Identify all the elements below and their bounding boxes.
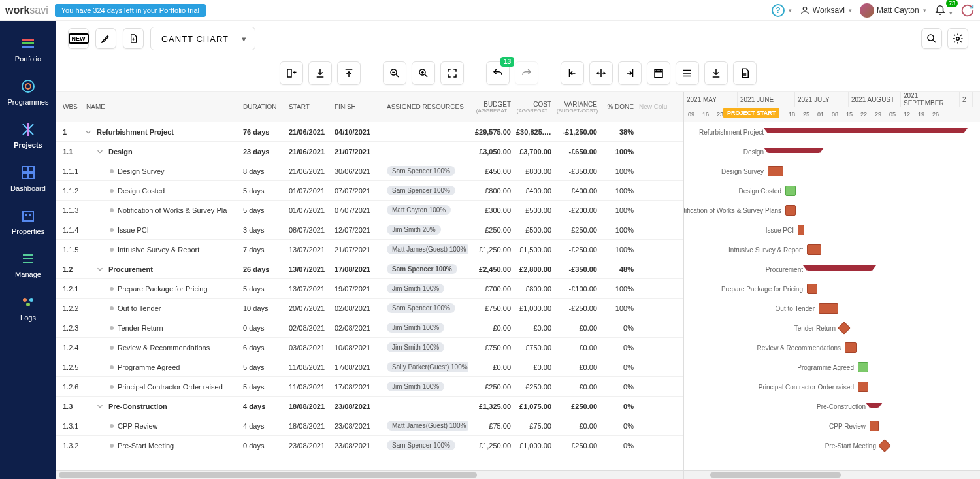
table-row[interactable]: 1.1.5Intrusive Survey & Report7 days13/0…: [56, 240, 683, 259]
table-row[interactable]: 1.2.3Tender Return0 days02/08/202102/08/…: [56, 318, 683, 338]
gantt-bar[interactable]: [838, 322, 851, 335]
col-resources[interactable]: ASSIGNED RESOURCES: [384, 103, 468, 110]
gantt-bar[interactable]: [768, 166, 783, 176]
resource-chip[interactable]: Matt James(Guest) 100%: [387, 421, 468, 431]
goto-today-button[interactable]: [589, 61, 613, 85]
export-button[interactable]: [337, 61, 361, 85]
add-column-button[interactable]: [280, 61, 303, 85]
col-name[interactable]: NAME: [84, 103, 240, 110]
table-row[interactable]: 1.1Design23 days21/06/202121/07/2021£3,0…: [56, 142, 683, 161]
gantt-bar[interactable]: [807, 244, 821, 255]
sidebar-item-programmes[interactable]: Programmes: [0, 72, 56, 115]
resource-chip[interactable]: Sam Spencer 100%: [387, 186, 455, 195]
calendar-button[interactable]: [647, 61, 670, 85]
table-hscroll[interactable]: [56, 470, 683, 479]
resource-chip[interactable]: Sally Parker(Guest) 100%: [387, 362, 468, 372]
document-button[interactable]: [733, 61, 757, 85]
gantt-bar[interactable]: [785, 205, 796, 216]
resource-chip[interactable]: Sam Spencer 100%: [387, 264, 457, 274]
table-row[interactable]: 1.3Pre-Construction4 days18/08/202123/08…: [56, 397, 683, 416]
table-row[interactable]: 1.2.4Review & Recommendations6 days03/08…: [56, 338, 683, 357]
resource-chip[interactable]: Matt Cayton 100%: [387, 205, 451, 215]
table-row[interactable]: 1.3.1CPP Review4 days18/08/202123/08/202…: [56, 416, 683, 436]
chevron-down-icon[interactable]: [84, 127, 93, 137]
table-row[interactable]: 1.1.4Issue PCI3 days08/07/202112/07/2021…: [56, 220, 683, 240]
table-row[interactable]: 1.2.6Principal Contractor Order raised5 …: [56, 377, 683, 397]
refresh-icon[interactable]: [960, 3, 975, 18]
resource-chip[interactable]: Jim Smith 100%: [387, 342, 444, 352]
download-button[interactable]: [704, 61, 728, 85]
resource-chip[interactable]: Jim Smith 100%: [387, 382, 444, 391]
gantt-bar[interactable]: [807, 284, 817, 294]
zoom-out-button[interactable]: [383, 61, 406, 85]
search-button[interactable]: [921, 28, 942, 49]
gantt-bar[interactable]: [878, 439, 891, 452]
goto-start-button[interactable]: [561, 61, 584, 85]
gantt-bar[interactable]: [845, 342, 857, 353]
col-wbs[interactable]: WBS: [56, 103, 84, 110]
undo-button[interactable]: 13: [486, 61, 510, 85]
settings-button[interactable]: [947, 28, 968, 49]
col-new[interactable]: New Colu: [636, 103, 674, 110]
import-button[interactable]: [308, 61, 332, 85]
gantt-bar[interactable]: [768, 148, 820, 153]
scroll-thumb[interactable]: [59, 472, 477, 478]
gantt-bar[interactable]: [870, 421, 879, 431]
col-cost[interactable]: COST(AGGREGAT...: [514, 101, 554, 114]
view-selector[interactable]: GANTT CHART: [150, 27, 255, 50]
gantt-bar[interactable]: [798, 225, 804, 235]
gantt-bar[interactable]: [858, 382, 868, 392]
resource-chip[interactable]: Sam Spencer 100%: [387, 303, 455, 313]
goto-end-button[interactable]: [618, 61, 642, 85]
table-row[interactable]: 1.2.5Programme Agreed5 days11/08/202117/…: [56, 357, 683, 377]
resource-chip[interactable]: Jim Smith 100%: [387, 284, 444, 293]
resource-chip[interactable]: Jim Smith 100%: [387, 323, 444, 333]
table-row[interactable]: 1.1.3Notification of Works & Survey Pla5…: [56, 201, 683, 220]
resource-chip[interactable]: Sam Spencer 100%: [387, 166, 455, 176]
zoom-in-button[interactable]: [412, 61, 435, 85]
table-row[interactable]: 1.2.1Prepare Package for Pricing5 days13…: [56, 279, 683, 299]
gantt-bar[interactable]: [768, 128, 964, 133]
gantt-bar[interactable]: [807, 265, 872, 271]
notifications-button[interactable]: 73 ▾: [934, 3, 953, 17]
table-row[interactable]: 1Refurbishment Project76 days21/06/20210…: [56, 122, 683, 142]
user-menu[interactable]: Matt Cayton▾: [860, 3, 926, 18]
sidebar-item-projects[interactable]: Projects: [0, 115, 56, 158]
sidebar-item-properties[interactable]: Properties: [0, 201, 56, 244]
sidebar-item-portfolio[interactable]: Portfolio: [0, 29, 56, 72]
table-row[interactable]: 1.2Procurement26 days13/07/202117/08/202…: [56, 259, 683, 279]
col-variance[interactable]: VARIANCE(BUDGET-COST): [554, 101, 600, 114]
chevron-down-icon[interactable]: [95, 265, 105, 274]
gantt-hscroll[interactable]: [684, 470, 980, 479]
table-row[interactable]: 1.2.2Out to Tender10 days20/07/202102/08…: [56, 299, 683, 318]
gantt-bar[interactable]: [785, 186, 796, 196]
fit-button[interactable]: [440, 61, 464, 85]
scroll-thumb[interactable]: [710, 472, 841, 478]
redo-button[interactable]: [515, 61, 538, 85]
table-row[interactable]: 1.1.1Design Survey8 days21/06/202130/06/…: [56, 161, 683, 181]
add-view-button[interactable]: [123, 28, 144, 49]
chevron-down-icon[interactable]: [95, 402, 105, 411]
workspace-menu[interactable]: Worksavi▾: [800, 5, 852, 16]
sidebar-item-dashboard[interactable]: Dashboard: [0, 158, 56, 201]
col-finish[interactable]: FINISH: [332, 103, 384, 110]
resource-chip[interactable]: Matt James(Guest) 100%: [387, 244, 468, 254]
help-menu[interactable]: ?▾: [772, 4, 792, 17]
sidebar-item-logs[interactable]: Logs: [0, 288, 56, 331]
chevron-down-icon[interactable]: [95, 147, 105, 156]
gantt-bar[interactable]: [870, 403, 879, 408]
col-done[interactable]: % DONE: [600, 103, 636, 110]
trial-banner[interactable]: You have 324 days left in your Portfolio…: [55, 4, 206, 17]
resource-chip[interactable]: Sam Spencer 100%: [387, 440, 455, 450]
table-row[interactable]: 1.1.2Design Costed5 days01/07/202107/07/…: [56, 181, 683, 201]
resource-chip[interactable]: Jim Smith 20%: [387, 225, 441, 235]
col-duration[interactable]: DURATION: [240, 103, 286, 110]
sidebar-item-manage[interactable]: Manage: [0, 244, 56, 288]
col-start[interactable]: START: [286, 103, 332, 110]
gantt-bar[interactable]: [858, 362, 868, 372]
gantt-bar[interactable]: [819, 303, 838, 314]
edit-view-button[interactable]: [95, 28, 116, 49]
table-row[interactable]: 1.3.2Pre-Start Meeting0 days23/08/202123…: [56, 436, 683, 455]
col-budget[interactable]: BUDGET(AGGREGAT...: [468, 101, 514, 114]
new-view-button[interactable]: NEW: [68, 28, 89, 49]
